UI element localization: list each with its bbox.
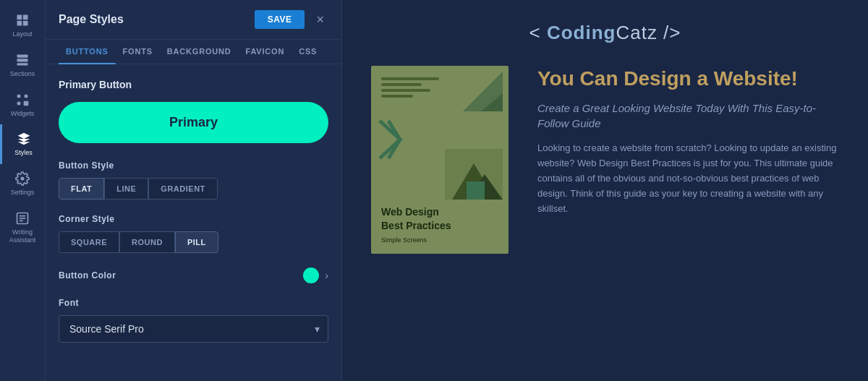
svg-rect-2 bbox=[17, 21, 22, 26]
font-label: Font bbox=[59, 298, 328, 308]
font-select-wrapper: Source Serif Pro Arial Georgia Helvetica… bbox=[59, 315, 328, 343]
settings-label: Settings bbox=[11, 189, 35, 197]
button-style-line[interactable]: LINE bbox=[104, 178, 148, 200]
color-arrow-icon[interactable]: › bbox=[325, 270, 328, 281]
tab-fonts[interactable]: FONTS bbox=[116, 40, 160, 64]
sidebar-item-styles[interactable]: Styles bbox=[0, 124, 45, 164]
book-cover: Web DesignBest Practices Simple Screens bbox=[371, 66, 509, 254]
preview-body: Looking to create a website from scratch… bbox=[537, 141, 839, 216]
corner-style-pill[interactable]: PILL bbox=[175, 231, 218, 253]
button-style-gradient[interactable]: GRADIENT bbox=[148, 178, 217, 200]
primary-button-preview[interactable]: Primary bbox=[59, 102, 328, 143]
svg-rect-10 bbox=[24, 100, 29, 106]
preview-site-title: < CodingCatz /> bbox=[529, 22, 681, 44]
close-button[interactable]: × bbox=[312, 11, 328, 29]
sidebar-item-writing-assistant[interactable]: Writing Assistant bbox=[0, 204, 45, 252]
panel-title: Page Styles bbox=[59, 13, 124, 26]
preview-content: Web DesignBest Practices Simple Screens … bbox=[371, 66, 839, 254]
left-sidebar: Layout Sections Widgets Styles Settings … bbox=[0, 0, 46, 381]
sidebar-item-layout[interactable]: Layout bbox=[0, 6, 45, 46]
button-style-flat[interactable]: FLAT bbox=[59, 178, 104, 200]
site-title-suffix: Catz /> bbox=[616, 22, 681, 43]
book-arrow-deco bbox=[377, 118, 403, 161]
book-subtitle: Simple Screens bbox=[381, 236, 498, 244]
svg-point-11 bbox=[21, 177, 25, 181]
button-color-label: Button Color bbox=[59, 270, 116, 281]
site-title-prefix: < bbox=[529, 22, 546, 43]
sections-label: Sections bbox=[10, 70, 35, 78]
svg-point-9 bbox=[17, 101, 21, 105]
preview-text: You Can Design a Website! Create a Great… bbox=[537, 66, 839, 216]
sidebar-item-settings[interactable]: Settings bbox=[0, 164, 45, 204]
corner-style-label: Corner Style bbox=[59, 214, 328, 224]
button-color-swatch[interactable] bbox=[303, 267, 319, 283]
widgets-label: Widgets bbox=[11, 110, 35, 118]
settings-icon bbox=[15, 171, 30, 186]
book-corner-deco bbox=[463, 72, 503, 111]
panel-header: Page Styles SAVE × bbox=[46, 0, 341, 40]
button-color-row: Button Color › bbox=[59, 267, 328, 283]
writing-icon bbox=[15, 211, 30, 226]
book-title: Web DesignBest Practices bbox=[381, 205, 498, 234]
svg-rect-0 bbox=[17, 15, 22, 20]
panel-tabs: BUTTONS FONTS BACKGROUND FAVICON CSS bbox=[46, 40, 341, 64]
panel-content: Primary Button Primary Button Style FLAT… bbox=[46, 64, 341, 381]
svg-rect-4 bbox=[17, 54, 28, 57]
layout-icon bbox=[15, 13, 30, 27]
svg-point-7 bbox=[17, 94, 21, 98]
button-style-group: FLAT LINE GRADIENT bbox=[59, 178, 328, 200]
svg-rect-3 bbox=[23, 21, 28, 26]
corner-style-square[interactable]: SQUARE bbox=[59, 231, 119, 253]
page-styles-panel: Page Styles SAVE × BUTTONS FONTS BACKGRO… bbox=[46, 0, 342, 381]
svg-rect-5 bbox=[17, 59, 28, 61]
preview-area: < CodingCatz /> bbox=[342, 0, 868, 381]
corner-style-group: SQUARE ROUND PILL bbox=[59, 231, 328, 253]
book-deco-lines bbox=[381, 77, 439, 100]
svg-rect-1 bbox=[23, 15, 28, 20]
button-style-label: Button Style bbox=[59, 160, 328, 171]
tab-css[interactable]: CSS bbox=[292, 40, 324, 64]
writing-assistant-label: Writing Assistant bbox=[4, 228, 41, 244]
site-title-bold: Coding bbox=[547, 22, 616, 43]
tab-background[interactable]: BACKGROUND bbox=[160, 40, 239, 64]
preview-heading: You Can Design a Website! bbox=[537, 66, 839, 92]
preview-subheading: Create a Great Looking Website Today Wit… bbox=[537, 100, 839, 131]
svg-point-8 bbox=[25, 94, 28, 98]
svg-rect-21 bbox=[467, 181, 485, 200]
corner-style-round[interactable]: ROUND bbox=[119, 231, 175, 253]
svg-rect-6 bbox=[17, 63, 28, 65]
font-select[interactable]: Source Serif Pro Arial Georgia Helvetica… bbox=[59, 315, 328, 343]
sidebar-item-sections[interactable]: Sections bbox=[0, 46, 45, 85]
sections-icon bbox=[15, 53, 30, 67]
book-mountain-deco bbox=[445, 149, 503, 200]
styles-icon bbox=[17, 132, 31, 146]
color-swatch-wrapper: › bbox=[303, 267, 328, 283]
widgets-icon bbox=[15, 93, 30, 107]
tab-favicon[interactable]: FAVICON bbox=[239, 40, 292, 64]
sidebar-item-widgets[interactable]: Widgets bbox=[0, 85, 45, 125]
styles-label: Styles bbox=[14, 149, 33, 157]
layout-label: Layout bbox=[12, 30, 32, 38]
primary-button-section-title: Primary Button bbox=[59, 79, 328, 90]
save-button[interactable]: SAVE bbox=[255, 10, 305, 29]
tab-buttons[interactable]: BUTTONS bbox=[59, 40, 116, 64]
